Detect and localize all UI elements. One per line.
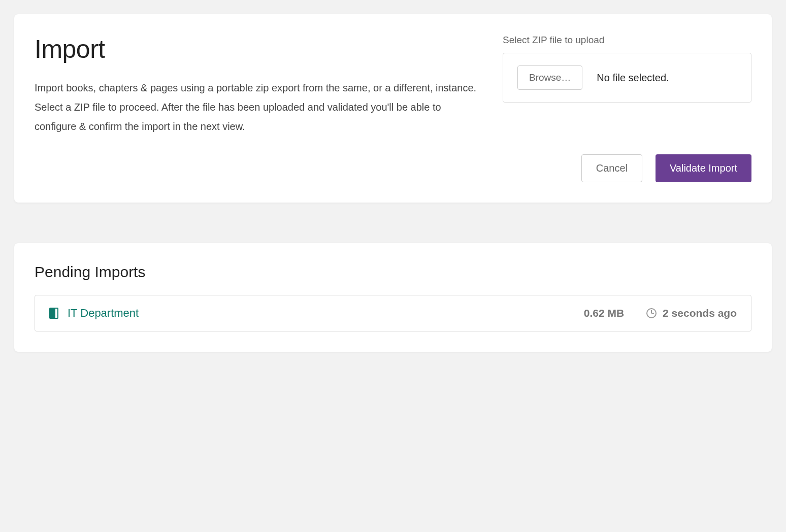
pending-import-name: IT Department [68, 307, 139, 320]
page-title: Import [35, 35, 482, 64]
pending-imports-card: Pending Imports IT Department 0.62 MB 2 … [14, 243, 772, 352]
file-selector: Browse… No file selected. [503, 53, 751, 103]
file-status-text: No file selected. [597, 72, 669, 84]
clock-icon [646, 308, 657, 318]
import-card: Import Import books, chapters & pages us… [14, 14, 772, 203]
pending-import-size: 0.62 MB [584, 307, 624, 319]
import-description: Import books, chapters & pages using a p… [35, 78, 482, 136]
upload-label: Select ZIP file to upload [503, 35, 751, 46]
pending-import-item[interactable]: IT Department 0.62 MB 2 seconds ago [35, 295, 751, 331]
pending-import-time: 2 seconds ago [663, 307, 737, 319]
book-icon [49, 308, 58, 319]
cancel-button[interactable]: Cancel [581, 154, 642, 182]
pending-imports-title: Pending Imports [35, 263, 751, 281]
browse-button[interactable]: Browse… [517, 65, 582, 90]
validate-import-button[interactable]: Validate Import [656, 154, 751, 182]
